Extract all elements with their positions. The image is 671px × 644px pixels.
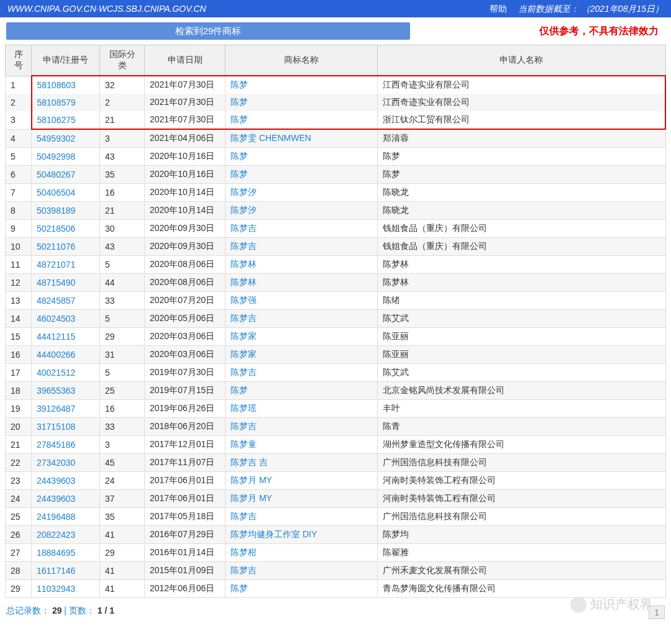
cell-registration-link[interactable]: 58106275 [37,115,76,125]
cell-trademark-name-link[interactable]: 陈梦 [231,97,248,107]
table-row[interactable]: 212784518632017年12月01日陈梦童湖州梦童造型文化传播有限公司 [6,436,666,454]
cell-trademark-name-link[interactable]: 陈梦吉 [231,367,257,377]
cell-trademark-name-link[interactable]: 陈梦童 [231,439,257,449]
cell-registration-link[interactable]: 18884695 [37,548,75,558]
cell-index: 26 [6,526,32,544]
cell-date: 2018年06月20日 [145,418,226,436]
cell-registration-link[interactable]: 20822423 [37,530,75,540]
table-row[interactable]: 750406504162020年10月14日陈梦汐陈晓龙 [6,184,666,202]
cell-trademark-name-link[interactable]: 陈梦吉 [231,241,257,251]
cell-trademark-name-link[interactable]: 陈梦林 [231,259,257,269]
cell-registration-link[interactable]: 48715490 [37,278,75,288]
table-row[interactable]: 1348245857332020年07月20日陈梦强陈绪 [6,292,666,310]
cell-registration: 50480267 [32,166,100,184]
cell-registration-link[interactable]: 40021512 [37,368,75,378]
cell-trademark-name-link[interactable]: 陈梦 [231,151,248,161]
cell-registration-link[interactable]: 16117146 [37,566,75,576]
table-row[interactable]: 144602450352020年05月06日陈梦吉陈艾武 [6,310,666,328]
cell-registration-link[interactable]: 48721071 [37,260,75,270]
cell-trademark-name-link[interactable]: 陈梦柑 [231,547,257,557]
cell-registration-link[interactable]: 24439603 [37,494,75,504]
cell-trademark-name: 陈梦吉 [226,562,378,580]
cell-trademark-name-link[interactable]: 陈梦吉 吉 [231,457,268,467]
cell-registration-link[interactable]: 24196488 [37,512,75,522]
table-row[interactable]: 2424439603372017年06月01日陈梦月 MY河南时美特装饰工程有限… [6,490,666,508]
table-row[interactable]: 2031715108332018年06月20日陈梦吉陈青 [6,418,666,436]
cell-registration-link[interactable]: 27845186 [37,440,75,450]
cell-trademark-name-link[interactable]: 陈梦瑶 [231,403,257,413]
cell-trademark-name-link[interactable]: 陈梦月 MY [231,475,272,485]
table-row[interactable]: 1644400266312020年03月06日陈梦家陈亚丽 [6,346,666,364]
cell-registration-link[interactable]: 50480267 [37,170,75,179]
cell-registration-link[interactable]: 39126487 [37,404,75,414]
col-date[interactable]: 申请日期 [145,45,226,76]
cell-trademark-name-link[interactable]: 陈梦 [231,583,248,593]
cell-trademark-name-link[interactable]: 陈梦汐 [231,205,257,215]
table-row[interactable]: 2324439603242017年06月01日陈梦月 MY河南时美特装饰工程有限… [6,472,666,490]
cell-trademark-name-link[interactable]: 陈梦林 [231,277,257,287]
cell-trademark-name-link[interactable]: 陈梦 [231,114,248,124]
help-link[interactable]: 帮助 [490,4,507,14]
table-row[interactable]: 45495930232021年04月06日陈梦雯 CHENMWEN郑清蓉 [6,129,666,148]
table-row[interactable]: 1248715490442020年08月06日陈梦林陈梦林 [6,274,666,292]
table-row[interactable]: 2227342030452017年11月07日陈梦吉 吉广州国浩信息科技有限公司 [6,454,666,472]
cell-registration-link[interactable]: 44400266 [37,350,75,360]
cell-trademark-name-link[interactable]: 陈梦强 [231,295,257,305]
cell-trademark-name-link[interactable]: 陈梦雯 CHENMWEN [231,133,311,143]
cell-registration-link[interactable]: 46024503 [37,314,75,324]
cell-trademark-name-link[interactable]: 陈梦汐 [231,187,257,197]
table-row[interactable]: 2911032943412012年06月06日陈梦青岛梦海圆文化传播有限公司 [6,580,666,598]
table-row[interactable]: 358106275212021年07月30日陈梦浙江钛尔工贸有限公司 [6,111,666,129]
table-row[interactable]: 2524196488352017年05月18日陈梦吉广州国浩信息科技有限公司 [6,508,666,526]
table-row[interactable]: 25810857922021年07月30日陈梦江西奇迹实业有限公司 [6,94,666,111]
table-row[interactable]: 850398189212020年10月14日陈梦汐陈晓龙 [6,202,666,220]
cell-trademark-name-link[interactable]: 陈梦吉 [231,421,257,431]
cell-trademark-name-link[interactable]: 陈梦 [231,79,248,89]
cell-registration-link[interactable]: 48245857 [37,296,75,306]
cell-trademark-name-link[interactable]: 陈梦吉 [231,313,257,323]
cell-registration-link[interactable]: 58108603 [37,80,76,90]
table-row[interactable]: 650480267352020年10月16日陈梦陈梦 [6,166,666,184]
cell-registration-link[interactable]: 11032943 [37,584,75,594]
cell-registration-link[interactable]: 50398189 [37,206,75,215]
table-row[interactable]: 1939126487162019年06月26日陈梦瑶丰叶 [6,400,666,418]
table-row[interactable]: 950218506302020年09月30日陈梦吉钱姐食品（重庆）有限公司 [6,220,666,238]
cell-trademark-name-link[interactable]: 陈梦 [231,169,248,179]
table-row[interactable]: 114872107152020年08月06日陈梦林陈梦林 [6,256,666,274]
cell-registration-link[interactable]: 31715108 [37,422,75,432]
cell-registration-link[interactable]: 50211076 [37,242,75,252]
cell-trademark-name-link[interactable]: 陈梦吉 [231,223,257,233]
cell-trademark-name-link[interactable]: 陈梦家 [231,349,257,359]
cell-trademark-name-link[interactable]: 陈梦均健身工作室 DIY [231,529,317,539]
cell-registration-link[interactable]: 50406504 [37,188,75,197]
table-row[interactable]: 174002151252019年07月30日陈梦吉陈艾武 [6,364,666,382]
col-index[interactable]: 序号 [6,45,32,76]
table-row[interactable]: 1050211076432020年09月30日陈梦吉钱姐食品（重庆）有限公司 [6,238,666,256]
table-row[interactable]: 1839655363252019年07月15日陈梦北京金铭风尚技术发展有限公司 [6,382,666,400]
cell-registration-link[interactable]: 44412115 [37,332,75,342]
cell-date: 2020年10月14日 [145,202,226,220]
cell-trademark-name-link[interactable]: 陈梦月 MY [231,493,272,503]
cell-registration-link[interactable]: 24439603 [37,476,75,486]
table-row[interactable]: 2718884695292016年01月14日陈梦柑陈翟雅 [6,544,666,562]
col-applicant[interactable]: 申请人名称 [378,45,666,76]
table-row[interactable]: 2816117146412015年01月09日陈梦吉广州禾麦文化发展有限公司 [6,562,666,580]
cell-applicant: 湖州梦童造型文化传播有限公司 [378,436,666,454]
cell-registration-link[interactable]: 58108579 [37,98,76,107]
table-row[interactable]: 1544412115292020年03月06日陈梦家陈亚丽 [6,328,666,346]
cell-trademark-name-link[interactable]: 陈梦吉 [231,511,257,521]
table-row[interactable]: 550492998432020年10月16日陈梦陈梦 [6,148,666,166]
cell-registration-link[interactable]: 39655363 [37,386,75,396]
cell-registration-link[interactable]: 27342030 [37,458,75,468]
col-registration[interactable]: 申请/注册号 [32,45,100,76]
cell-registration-link[interactable]: 50218506 [37,224,75,234]
cell-trademark-name-link[interactable]: 陈梦家 [231,331,257,341]
cell-trademark-name-link[interactable]: 陈梦吉 [231,565,257,575]
cell-registration-link[interactable]: 50492998 [37,152,75,161]
table-row[interactable]: 158108603322021年07月30日陈梦江西奇迹实业有限公司 [6,76,666,94]
table-row[interactable]: 2620822423412016年07月29日陈梦均健身工作室 DIY陈梦均 [6,526,666,544]
col-trademark-name[interactable]: 商标名称 [226,45,378,76]
cell-trademark-name-link[interactable]: 陈梦 [231,385,248,395]
col-class[interactable]: 国际分类 [100,45,145,76]
cell-registration-link[interactable]: 54959302 [37,134,75,143]
